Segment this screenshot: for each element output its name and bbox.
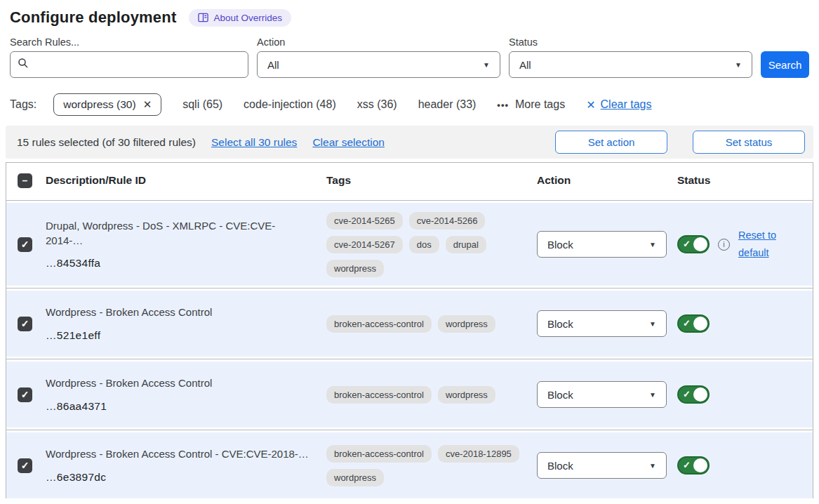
check-icon: ✓ xyxy=(683,239,691,249)
ellipsis-icon: ••• xyxy=(497,100,509,110)
rule-description: Wordpress - Broken Access Control xyxy=(46,305,309,319)
indeterminate-icon: – xyxy=(22,175,28,185)
rule-action-cell: Block ▼ xyxy=(537,381,677,408)
clear-tags-link[interactable]: ✕ Clear tags xyxy=(586,98,651,112)
check-icon: ✓ xyxy=(21,239,29,249)
check-icon: ✓ xyxy=(683,460,691,470)
chevron-down-icon: ▼ xyxy=(649,391,656,399)
tags-bar: Tags: wordpress (30) ✕ sqli (65) code-in… xyxy=(0,78,819,116)
rule-tags: cve-2014-5265cve-2014-5266cve-2014-5267d… xyxy=(326,212,537,277)
tag-chip: cve-2018-12895 xyxy=(438,445,519,463)
col-status: Status xyxy=(677,174,813,187)
search-rules-input[interactable] xyxy=(34,52,241,77)
select-all-rules-link[interactable]: Select all 30 rules xyxy=(211,136,297,149)
select-all-checkbox[interactable]: – xyxy=(18,173,32,188)
tags-label: Tags: xyxy=(10,98,36,111)
check-icon: ✓ xyxy=(21,390,29,399)
tag-sqli[interactable]: sqli (65) xyxy=(182,98,222,111)
rule-status-cell: ✓ i xyxy=(677,385,813,404)
selected-tag-label: wordpress (30) xyxy=(63,98,135,111)
tag-chip: wordpress xyxy=(326,469,384,486)
action-filter-group: Action All ▼ xyxy=(257,37,500,78)
status-toggle[interactable]: ✓ xyxy=(677,456,710,475)
action-filter-select[interactable]: All ▼ xyxy=(257,51,500,78)
table-row: ✓ Wordpress - Broken Access Control …86a… xyxy=(6,362,813,427)
search-button[interactable]: Search xyxy=(761,51,809,78)
tag-chip: wordpress xyxy=(326,260,384,277)
remove-tag-icon[interactable]: ✕ xyxy=(143,98,152,111)
chevron-down-icon: ▼ xyxy=(735,61,742,69)
action-select[interactable]: Block ▼ xyxy=(537,452,667,479)
status-filter-select[interactable]: All ▼ xyxy=(509,51,752,78)
row-checkbox[interactable]: ✓ xyxy=(18,317,32,331)
book-icon xyxy=(198,13,208,22)
status-toggle[interactable]: ✓ xyxy=(677,385,710,404)
rule-status-cell: ✓ i xyxy=(677,456,813,475)
row-checkbox[interactable]: ✓ xyxy=(18,387,32,402)
row-divider xyxy=(6,357,813,362)
about-overrides-badge[interactable]: About Overrides xyxy=(189,9,291,27)
rule-id: …84534ffa xyxy=(46,257,309,270)
more-tags-button[interactable]: ••• More tags xyxy=(497,98,565,111)
set-status-button[interactable]: Set status xyxy=(693,131,805,154)
status-filter-label: Status xyxy=(509,37,752,48)
check-icon: ✓ xyxy=(683,389,691,399)
action-select[interactable]: Block ▼ xyxy=(537,310,667,337)
row-divider xyxy=(6,286,813,291)
tag-chip: broken-access-control xyxy=(326,445,432,463)
rule-description: Wordpress - Broken Access Control xyxy=(46,376,309,390)
check-icon: ✓ xyxy=(21,460,29,470)
tag-chip: broken-access-control xyxy=(326,386,432,404)
col-action: Action xyxy=(537,174,677,187)
action-select[interactable]: Block ▼ xyxy=(537,231,667,258)
chevron-down-icon: ▼ xyxy=(649,241,656,248)
selection-bar: 15 rules selected (of 30 filtered rules)… xyxy=(6,126,813,159)
tag-code-injection[interactable]: code-injection (48) xyxy=(244,98,336,111)
tag-chip: wordpress xyxy=(438,315,495,333)
action-select-value: Block xyxy=(547,389,573,401)
status-filter-group: Status All ▼ xyxy=(509,37,752,78)
selection-summary: 15 rules selected (of 30 filtered rules) xyxy=(17,136,196,149)
rule-description-cell: Drupal, Wordpress - DoS - XMLRPC - CVE:C… xyxy=(46,219,326,270)
tag-xss[interactable]: xss (36) xyxy=(357,98,397,111)
about-overrides-label: About Overrides xyxy=(213,13,282,23)
status-toggle[interactable]: ✓ xyxy=(677,314,710,333)
row-checkbox[interactable]: ✓ xyxy=(18,237,32,252)
tag-header[interactable]: header (33) xyxy=(418,98,477,111)
action-select-value: Block xyxy=(547,239,573,251)
tag-chip: cve-2014-5265 xyxy=(326,212,403,230)
rule-action-cell: Block ▼ xyxy=(537,310,677,337)
search-rules-label: Search Rules... xyxy=(10,37,248,48)
rule-description: Drupal, Wordpress - DoS - XMLRPC - CVE:C… xyxy=(46,219,309,248)
chevron-down-icon: ▼ xyxy=(649,320,656,328)
set-action-button[interactable]: Set action xyxy=(555,131,667,154)
page-title: Configure deployment xyxy=(10,8,176,27)
tag-chip: cve-2014-5267 xyxy=(326,236,403,253)
rule-status-cell: ✓ i xyxy=(677,314,813,333)
search-input-box[interactable] xyxy=(10,51,248,78)
rule-id: …86aa4371 xyxy=(46,400,309,413)
rule-description: Wordpress - Broken Access Control - CVE:… xyxy=(46,447,309,461)
row-divider xyxy=(6,427,813,432)
rule-description-cell: Wordpress - Broken Access Control - CVE:… xyxy=(46,447,326,483)
status-toggle[interactable]: ✓ xyxy=(677,235,710,253)
tag-chip: wordpress xyxy=(438,386,495,404)
status-filter-value: All xyxy=(519,59,531,71)
rule-tags: broken-access-controlwordpress xyxy=(326,386,537,404)
rule-description-cell: Wordpress - Broken Access Control …521e1… xyxy=(46,305,326,341)
toggle-knob xyxy=(693,458,707,472)
clear-selection-link[interactable]: Clear selection xyxy=(312,136,385,149)
action-select-value: Block xyxy=(547,318,573,330)
row-checkbox[interactable]: ✓ xyxy=(18,458,32,473)
table-row: ✓ Wordpress - Broken Access Control …521… xyxy=(6,291,813,357)
table-header-row: – Description/Rule ID Tags Action Status xyxy=(6,163,813,198)
reset-default-link[interactable]: Reset to default xyxy=(738,227,782,261)
rules-table: – Description/Rule ID Tags Action Status… xyxy=(6,162,813,498)
search-icon xyxy=(18,58,29,72)
selected-tag-wordpress[interactable]: wordpress (30) ✕ xyxy=(53,93,161,116)
rule-id: …6e3897dc xyxy=(46,471,309,484)
action-select[interactable]: Block ▼ xyxy=(537,381,667,408)
info-icon[interactable]: i xyxy=(718,239,730,251)
table-body: ✓ Drupal, Wordpress - DoS - XMLRPC - CVE… xyxy=(6,198,813,498)
tag-chip: cve-2014-5266 xyxy=(409,212,486,230)
